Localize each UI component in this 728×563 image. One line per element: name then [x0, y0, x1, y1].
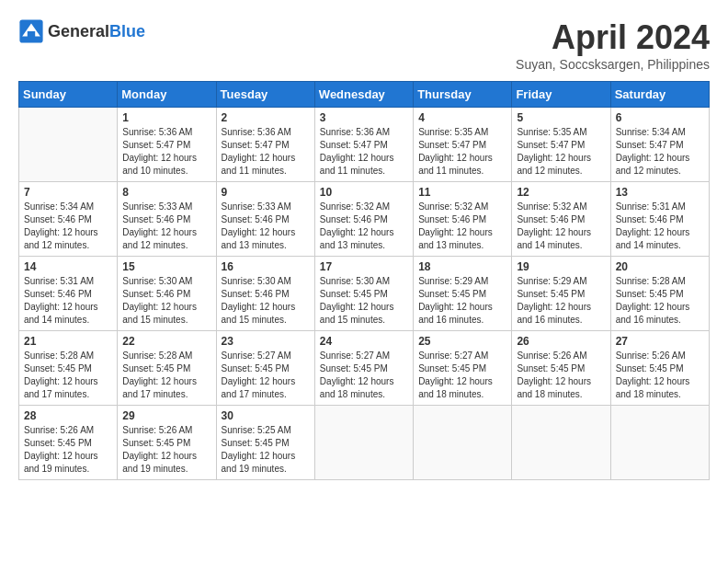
day-info: Sunrise: 5:34 AM Sunset: 5:47 PM Dayligh…	[616, 126, 704, 178]
calendar-table: SundayMondayTuesdayWednesdayThursdayFrid…	[18, 81, 710, 480]
calendar-cell: 1Sunrise: 5:36 AM Sunset: 5:47 PM Daylig…	[118, 108, 216, 182]
day-info: Sunrise: 5:28 AM Sunset: 5:45 PM Dayligh…	[616, 275, 704, 327]
header: GeneralBlue April 2024 Suyan, Soccsksarg…	[18, 18, 710, 72]
day-info: Sunrise: 5:32 AM Sunset: 5:46 PM Dayligh…	[418, 201, 506, 252]
day-info: Sunrise: 5:32 AM Sunset: 5:46 PM Dayligh…	[320, 201, 408, 252]
title-area: April 2024 Suyan, Soccsksargen, Philippi…	[516, 18, 710, 72]
calendar-cell	[610, 406, 709, 480]
day-number: 17	[320, 260, 408, 273]
day-info: Sunrise: 5:30 AM Sunset: 5:46 PM Dayligh…	[122, 275, 210, 327]
day-number: 18	[418, 260, 506, 273]
day-info: Sunrise: 5:30 AM Sunset: 5:46 PM Dayligh…	[222, 275, 310, 327]
logo: GeneralBlue	[18, 18, 145, 44]
day-number: 15	[122, 260, 210, 273]
calendar-cell: 27Sunrise: 5:26 AM Sunset: 5:45 PM Dayli…	[610, 331, 709, 406]
day-number: 9	[222, 186, 310, 199]
day-info: Sunrise: 5:35 AM Sunset: 5:47 PM Dayligh…	[418, 126, 506, 178]
day-number: 8	[122, 186, 210, 199]
calendar-cell: 2Sunrise: 5:36 AM Sunset: 5:47 PM Daylig…	[216, 108, 314, 182]
calendar-cell: 23Sunrise: 5:27 AM Sunset: 5:45 PM Dayli…	[216, 331, 314, 406]
week-row-4: 21Sunrise: 5:28 AM Sunset: 5:45 PM Dayli…	[19, 331, 710, 406]
day-number: 4	[418, 111, 506, 124]
calendar-cell: 25Sunrise: 5:27 AM Sunset: 5:45 PM Dayli…	[414, 331, 512, 406]
days-header-row: SundayMondayTuesdayWednesdayThursdayFrid…	[19, 82, 710, 108]
day-info: Sunrise: 5:31 AM Sunset: 5:46 PM Dayligh…	[24, 275, 112, 327]
calendar-cell: 9Sunrise: 5:33 AM Sunset: 5:46 PM Daylig…	[216, 182, 314, 257]
calendar-cell: 24Sunrise: 5:27 AM Sunset: 5:45 PM Dayli…	[314, 331, 413, 406]
day-info: Sunrise: 5:32 AM Sunset: 5:46 PM Dayligh…	[517, 201, 605, 252]
svg-rect-2	[28, 31, 35, 38]
day-number: 26	[517, 335, 605, 348]
day-info: Sunrise: 5:34 AM Sunset: 5:46 PM Dayligh…	[24, 201, 112, 252]
day-header-wednesday: Wednesday	[314, 82, 413, 108]
day-info: Sunrise: 5:30 AM Sunset: 5:45 PM Dayligh…	[320, 275, 408, 327]
calendar-cell: 20Sunrise: 5:28 AM Sunset: 5:45 PM Dayli…	[610, 257, 709, 331]
week-row-2: 7Sunrise: 5:34 AM Sunset: 5:46 PM Daylig…	[19, 182, 710, 257]
day-header-thursday: Thursday	[414, 82, 512, 108]
day-number: 21	[24, 335, 112, 348]
calendar-cell: 26Sunrise: 5:26 AM Sunset: 5:45 PM Dayli…	[512, 331, 610, 406]
day-number: 25	[418, 335, 506, 348]
day-info: Sunrise: 5:28 AM Sunset: 5:45 PM Dayligh…	[24, 350, 112, 401]
day-number: 30	[222, 409, 310, 422]
day-info: Sunrise: 5:26 AM Sunset: 5:45 PM Dayligh…	[122, 424, 210, 476]
day-number: 13	[616, 186, 704, 199]
calendar-cell: 19Sunrise: 5:29 AM Sunset: 5:45 PM Dayli…	[512, 257, 610, 331]
day-header-saturday: Saturday	[610, 82, 709, 108]
calendar-cell: 10Sunrise: 5:32 AM Sunset: 5:46 PM Dayli…	[314, 182, 413, 257]
location-subtitle: Suyan, Soccsksargen, Philippines	[516, 57, 710, 72]
calendar-cell: 4Sunrise: 5:35 AM Sunset: 5:47 PM Daylig…	[414, 108, 512, 182]
day-number: 19	[517, 260, 605, 273]
calendar-cell: 7Sunrise: 5:34 AM Sunset: 5:46 PM Daylig…	[19, 182, 118, 257]
day-number: 11	[418, 186, 506, 199]
day-number: 6	[616, 111, 704, 124]
day-info: Sunrise: 5:29 AM Sunset: 5:45 PM Dayligh…	[418, 275, 506, 327]
day-info: Sunrise: 5:36 AM Sunset: 5:47 PM Dayligh…	[122, 126, 210, 178]
day-number: 5	[517, 111, 605, 124]
day-header-tuesday: Tuesday	[216, 82, 314, 108]
day-number: 3	[320, 111, 408, 124]
day-number: 27	[616, 335, 704, 348]
day-header-friday: Friday	[512, 82, 610, 108]
calendar-cell	[414, 406, 512, 480]
day-info: Sunrise: 5:33 AM Sunset: 5:46 PM Dayligh…	[122, 201, 210, 252]
day-header-monday: Monday	[118, 82, 216, 108]
calendar-cell: 15Sunrise: 5:30 AM Sunset: 5:46 PM Dayli…	[118, 257, 216, 331]
calendar-cell	[19, 108, 118, 182]
week-row-5: 28Sunrise: 5:26 AM Sunset: 5:45 PM Dayli…	[19, 406, 710, 480]
calendar-cell: 11Sunrise: 5:32 AM Sunset: 5:46 PM Dayli…	[414, 182, 512, 257]
day-header-sunday: Sunday	[19, 82, 118, 108]
calendar-cell: 17Sunrise: 5:30 AM Sunset: 5:45 PM Dayli…	[314, 257, 413, 331]
calendar-cell: 16Sunrise: 5:30 AM Sunset: 5:46 PM Dayli…	[216, 257, 314, 331]
calendar-cell	[314, 406, 413, 480]
day-info: Sunrise: 5:26 AM Sunset: 5:45 PM Dayligh…	[517, 350, 605, 401]
day-info: Sunrise: 5:26 AM Sunset: 5:45 PM Dayligh…	[24, 424, 112, 476]
day-number: 7	[24, 186, 112, 199]
day-info: Sunrise: 5:29 AM Sunset: 5:45 PM Dayligh…	[517, 275, 605, 327]
calendar-cell: 5Sunrise: 5:35 AM Sunset: 5:47 PM Daylig…	[512, 108, 610, 182]
day-number: 20	[616, 260, 704, 273]
day-number: 14	[24, 260, 112, 273]
calendar-cell	[512, 406, 610, 480]
day-info: Sunrise: 5:33 AM Sunset: 5:46 PM Dayligh…	[222, 201, 310, 252]
logo-general: General	[48, 22, 109, 40]
month-title: April 2024	[516, 18, 710, 57]
day-info: Sunrise: 5:27 AM Sunset: 5:45 PM Dayligh…	[320, 350, 408, 401]
day-number: 24	[320, 335, 408, 348]
day-info: Sunrise: 5:27 AM Sunset: 5:45 PM Dayligh…	[222, 350, 310, 401]
day-info: Sunrise: 5:27 AM Sunset: 5:45 PM Dayligh…	[418, 350, 506, 401]
day-info: Sunrise: 5:36 AM Sunset: 5:47 PM Dayligh…	[222, 126, 310, 178]
day-number: 16	[222, 260, 310, 273]
day-number: 10	[320, 186, 408, 199]
calendar-cell: 8Sunrise: 5:33 AM Sunset: 5:46 PM Daylig…	[118, 182, 216, 257]
calendar-cell: 22Sunrise: 5:28 AM Sunset: 5:45 PM Dayli…	[118, 331, 216, 406]
day-info: Sunrise: 5:28 AM Sunset: 5:45 PM Dayligh…	[122, 350, 210, 401]
calendar-cell: 28Sunrise: 5:26 AM Sunset: 5:45 PM Dayli…	[19, 406, 118, 480]
calendar-cell: 30Sunrise: 5:25 AM Sunset: 5:45 PM Dayli…	[216, 406, 314, 480]
day-number: 29	[122, 409, 210, 422]
calendar-cell: 29Sunrise: 5:26 AM Sunset: 5:45 PM Dayli…	[118, 406, 216, 480]
day-info: Sunrise: 5:35 AM Sunset: 5:47 PM Dayligh…	[517, 126, 605, 178]
day-info: Sunrise: 5:26 AM Sunset: 5:45 PM Dayligh…	[616, 350, 704, 401]
calendar-cell: 18Sunrise: 5:29 AM Sunset: 5:45 PM Dayli…	[414, 257, 512, 331]
day-info: Sunrise: 5:25 AM Sunset: 5:45 PM Dayligh…	[222, 424, 310, 476]
